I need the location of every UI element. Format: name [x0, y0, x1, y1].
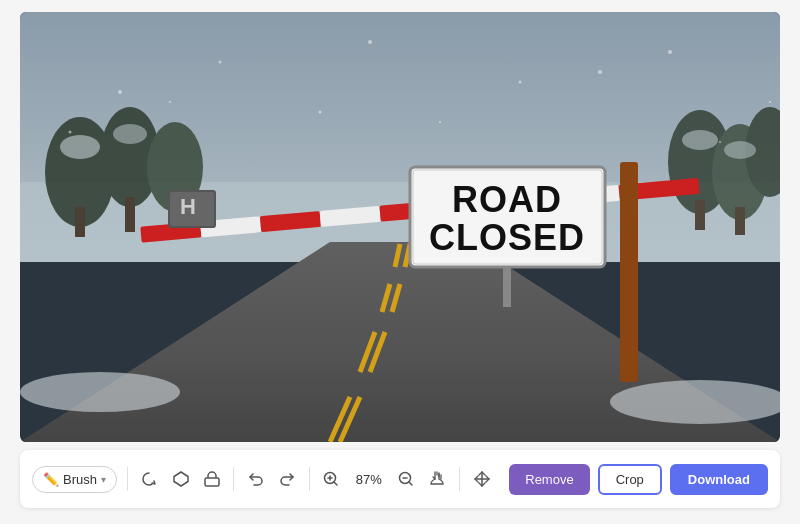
separator-1 [127, 467, 128, 491]
brush-label: Brush [63, 472, 97, 487]
svg-point-8 [113, 124, 147, 144]
svg-point-45 [118, 90, 122, 94]
svg-text:CLOSED: CLOSED [429, 217, 585, 258]
svg-rect-12 [695, 200, 705, 230]
svg-point-49 [668, 50, 672, 54]
separator-2 [233, 467, 234, 491]
svg-point-47 [368, 40, 372, 44]
svg-text:H: H [180, 194, 196, 219]
svg-point-54 [319, 111, 322, 114]
transform-button[interactable] [470, 465, 493, 493]
lasso-tool-button[interactable] [138, 465, 161, 493]
brush-icon: ✏️ [43, 472, 59, 487]
svg-point-14 [682, 130, 718, 150]
svg-marker-59 [174, 472, 188, 486]
toolbar: ✏️ Brush ▾ [20, 450, 780, 508]
undo-button[interactable] [244, 465, 267, 493]
image-canvas: H ROAD CLOSED [20, 12, 780, 442]
svg-point-56 [169, 101, 171, 103]
polygon-tool-button[interactable] [169, 465, 192, 493]
svg-point-7 [60, 135, 100, 159]
zoom-value: 87% [351, 472, 387, 487]
svg-rect-5 [75, 207, 85, 237]
eraser-tool-button[interactable] [200, 465, 223, 493]
chevron-down-icon: ▾ [101, 474, 106, 485]
svg-point-50 [769, 101, 771, 103]
download-button[interactable]: Download [670, 464, 768, 495]
svg-point-55 [719, 141, 721, 143]
svg-point-48 [519, 81, 522, 84]
pan-tool-button[interactable] [426, 465, 449, 493]
svg-text:ROAD: ROAD [452, 179, 562, 220]
action-buttons: Remove Crop Download [509, 464, 768, 495]
scene-svg: H ROAD CLOSED [20, 12, 780, 442]
brush-button[interactable]: ✏️ Brush ▾ [32, 466, 117, 493]
svg-point-53 [598, 70, 602, 74]
redo-button[interactable] [276, 465, 299, 493]
zoom-in-button[interactable] [320, 465, 343, 493]
separator-3 [309, 467, 310, 491]
svg-point-57 [20, 372, 180, 412]
svg-point-51 [69, 131, 72, 134]
svg-rect-6 [125, 197, 135, 232]
remove-button[interactable]: Remove [509, 464, 589, 495]
svg-rect-35 [620, 162, 638, 382]
svg-rect-60 [205, 478, 219, 486]
svg-point-46 [219, 61, 222, 64]
svg-rect-44 [503, 267, 511, 307]
svg-point-52 [439, 121, 441, 123]
svg-point-15 [724, 141, 756, 159]
zoom-out-button[interactable] [395, 465, 418, 493]
separator-4 [459, 467, 460, 491]
svg-rect-13 [735, 207, 745, 235]
crop-button[interactable]: Crop [598, 464, 662, 495]
